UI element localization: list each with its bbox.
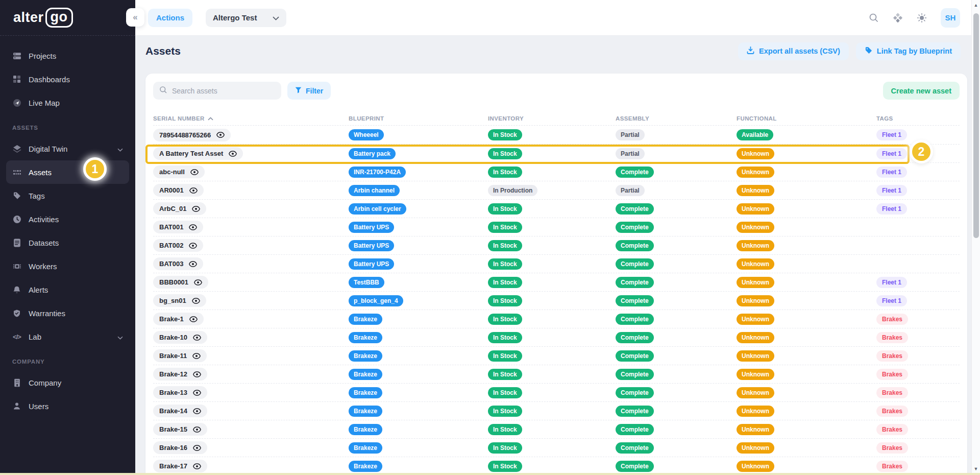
- eye-icon[interactable]: [193, 390, 201, 396]
- tag-pill[interactable]: Brakes: [876, 461, 908, 472]
- blueprint-badge[interactable]: Arbin cell cycler: [349, 203, 406, 215]
- tag-pill[interactable]: Brakes: [876, 442, 908, 454]
- eye-icon[interactable]: [193, 335, 201, 341]
- tag-pill[interactable]: Brakes: [876, 314, 908, 325]
- table-row[interactable]: Brake-16BrakezeIn StockCompleteUnknownBr…: [153, 438, 960, 457]
- search-input[interactable]: [172, 87, 275, 95]
- blueprint-badge[interactable]: INR-21700-P42A: [349, 167, 406, 178]
- blueprint-badge[interactable]: Brakeze: [349, 314, 382, 325]
- tag-pill[interactable]: Fleet 1: [876, 129, 907, 140]
- collapse-sidebar-button[interactable]: «: [126, 8, 144, 27]
- blueprint-badge[interactable]: Brakeze: [349, 461, 382, 472]
- blueprint-badge[interactable]: Brakeze: [349, 350, 382, 362]
- blueprint-badge[interactable]: Brakeze: [349, 442, 382, 454]
- eye-icon[interactable]: [192, 298, 200, 304]
- tag-pill[interactable]: Brakes: [876, 332, 908, 343]
- sidebar-item-digital-twin[interactable]: Digital Twin: [6, 137, 129, 160]
- eye-icon[interactable]: [189, 243, 197, 249]
- blueprint-badge[interactable]: Wheeeel: [349, 129, 384, 140]
- column-assembly[interactable]: ASSEMBLY: [616, 115, 737, 122]
- scroll-up-icon[interactable]: ▲: [972, 3, 980, 8]
- eye-icon[interactable]: [229, 151, 237, 157]
- blueprint-badge[interactable]: Brakeze: [349, 406, 382, 417]
- blueprint-badge[interactable]: Battery UPS: [349, 222, 394, 233]
- sidebar-item-dashboards[interactable]: Dashboards: [6, 67, 129, 91]
- create-asset-button[interactable]: Create new asset: [883, 82, 960, 100]
- table-row[interactable]: Brake-12BrakezeIn StockCompleteUnknownBr…: [153, 365, 960, 383]
- sidebar-item-assets[interactable]: Assets: [6, 160, 129, 184]
- link-tag-button[interactable]: Link Tag by Blueprint: [856, 42, 961, 60]
- table-row[interactable]: Brake-1BrakezeIn StockCompleteUnknownBra…: [153, 310, 960, 328]
- actions-button[interactable]: Actions: [148, 9, 192, 27]
- eye-icon[interactable]: [190, 169, 199, 175]
- column-inventory[interactable]: INVENTORY: [488, 115, 616, 122]
- sidebar-item-datasets[interactable]: Datasets: [6, 231, 129, 254]
- table-row[interactable]: Brake-14BrakezeIn StockCompleteUnknownBr…: [153, 401, 960, 420]
- tag-pill[interactable]: Fleet 1: [876, 295, 907, 306]
- eye-icon[interactable]: [189, 187, 198, 194]
- eye-icon[interactable]: [216, 132, 225, 138]
- eye-icon[interactable]: [193, 426, 201, 433]
- table-row[interactable]: bg_sn01p_block_gen_4In StockCompleteUnkn…: [153, 291, 960, 310]
- blueprint-badge[interactable]: TestBBB: [349, 277, 384, 288]
- table-row[interactable]: A Battery Test AssetBattery packIn Stock…: [153, 144, 960, 162]
- column-tags[interactable]: TAGS: [876, 115, 960, 122]
- filter-button[interactable]: Filter: [287, 82, 331, 100]
- table-row[interactable]: BAT003Battery UPSIn StockCompleteUnknown: [153, 254, 960, 273]
- tag-pill[interactable]: Brakes: [876, 369, 908, 380]
- table-row[interactable]: Brake-13BrakezeIn StockCompleteUnknownBr…: [153, 383, 960, 401]
- sidebar-item-activities[interactable]: Activities: [6, 207, 129, 231]
- table-row[interactable]: Brake-10BrakezeIn StockCompleteUnknownBr…: [153, 328, 960, 346]
- theme-sun-icon[interactable]: [917, 13, 927, 23]
- eye-icon[interactable]: [189, 261, 197, 267]
- table-row[interactable]: BAT002Battery UPSIn StockCompleteUnknown: [153, 236, 960, 254]
- tag-pill[interactable]: Brakes: [876, 424, 908, 435]
- sidebar-item-users[interactable]: Users: [6, 394, 129, 418]
- workspace-selector[interactable]: Altergo Test: [206, 9, 286, 27]
- sidebar-item-warranties[interactable]: Warranties: [6, 301, 129, 325]
- sidebar-item-tags[interactable]: Tags: [6, 184, 129, 207]
- sidebar-item-lab[interactable]: </> Lab: [6, 325, 129, 348]
- scrollbar-thumb[interactable]: [973, 13, 979, 238]
- tag-pill[interactable]: Brakes: [876, 387, 908, 398]
- blueprint-badge[interactable]: Brakeze: [349, 369, 382, 380]
- column-blueprint[interactable]: BLUEPRINT: [349, 115, 488, 122]
- table-row[interactable]: Brake-11BrakezeIn StockCompleteUnknownBr…: [153, 346, 960, 365]
- eye-icon[interactable]: [189, 316, 198, 322]
- tag-pill[interactable]: Brakes: [876, 350, 908, 362]
- table-row[interactable]: 78954488765266WheeeelIn StockPartialAvai…: [153, 126, 960, 144]
- sidebar-item-live-map[interactable]: Live Map: [6, 91, 129, 114]
- column-functional[interactable]: FUNCTIONAL: [737, 115, 876, 122]
- table-row[interactable]: Brake-17BrakezeIn StockCompleteUnknownBr…: [153, 457, 960, 475]
- table-row[interactable]: ArbC_01Arbin cell cyclerIn StockComplete…: [153, 199, 960, 218]
- eye-icon[interactable]: [193, 463, 201, 469]
- eye-icon[interactable]: [193, 371, 201, 377]
- tag-pill[interactable]: Fleet 1: [876, 167, 907, 178]
- blueprint-badge[interactable]: Battery pack: [349, 148, 396, 159]
- tag-pill[interactable]: Fleet 1: [876, 148, 907, 159]
- eye-icon[interactable]: [193, 445, 201, 451]
- eye-icon[interactable]: [189, 224, 197, 230]
- tag-pill[interactable]: Brakes: [876, 406, 908, 417]
- eye-icon[interactable]: [192, 353, 201, 359]
- blueprint-badge[interactable]: Brakeze: [349, 332, 382, 343]
- vertical-scrollbar[interactable]: ▲ ▼: [971, 0, 980, 475]
- export-assets-button[interactable]: Export all assets (CSV): [738, 42, 849, 60]
- table-row[interactable]: AR0001Arbin channelIn ProductionPartialU…: [153, 181, 960, 199]
- table-row[interactable]: abc-nullINR-21700-P42AIn StockCompleteUn…: [153, 162, 960, 181]
- blueprint-badge[interactable]: Brakeze: [349, 387, 382, 398]
- table-row[interactable]: BBB0001TestBBBIn StockCompleteUnknownFle…: [153, 273, 960, 291]
- tag-pill[interactable]: Fleet 1: [876, 185, 907, 196]
- blueprint-badge[interactable]: Battery UPS: [349, 258, 394, 270]
- eye-icon[interactable]: [194, 279, 202, 286]
- sidebar-item-workers[interactable]: Workers: [6, 254, 129, 278]
- search-icon[interactable]: [869, 13, 879, 23]
- sidebar-item-projects[interactable]: Projects: [6, 44, 129, 67]
- blueprint-badge[interactable]: p_block_gen_4: [349, 295, 403, 306]
- user-avatar[interactable]: SH: [941, 8, 960, 28]
- table-row[interactable]: BAT001Battery UPSIn StockCompleteUnknown: [153, 218, 960, 236]
- asset-search[interactable]: [153, 82, 281, 100]
- eye-icon[interactable]: [193, 408, 201, 414]
- apps-icon[interactable]: [893, 13, 903, 23]
- sidebar-item-company[interactable]: Company: [6, 371, 129, 394]
